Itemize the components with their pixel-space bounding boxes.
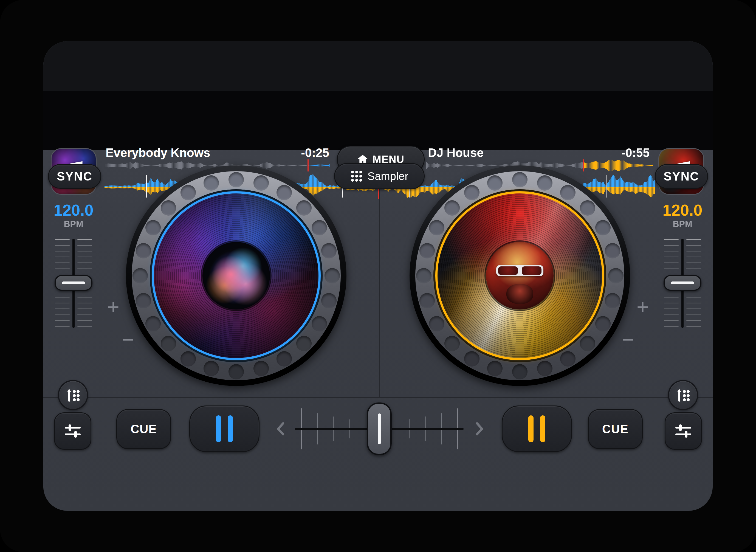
cue-label: CUE: [131, 422, 157, 436]
deck-b-pitch-fader[interactable]: [659, 239, 706, 328]
pause-icon: [228, 415, 233, 442]
pitch-fader-tick: [686, 257, 701, 257]
deck-b-tempo-range-button[interactable]: [668, 380, 698, 410]
pause-icon: [540, 415, 545, 442]
jog-dimple: [444, 200, 460, 216]
pitch-fader-tick: [78, 308, 92, 309]
jog-dimple: [429, 220, 444, 235]
deck-b-bpm-value[interactable]: 120.0: [647, 201, 713, 219]
jog-dimple: [145, 316, 161, 331]
pitch-fader-tick: [686, 326, 701, 326]
crossfader-right-chevron[interactable]: [475, 422, 484, 436]
eq-sliders-icon: [674, 421, 693, 441]
deck-a-cue-button[interactable]: CUE: [116, 409, 171, 449]
jog-dimple: [277, 351, 292, 367]
chevron-left-icon: [277, 422, 285, 436]
deck-a-time-remaining: -0:25: [274, 145, 329, 160]
pitch-fader-handle[interactable]: [663, 275, 702, 291]
transport-divider: [43, 397, 713, 398]
jog-dimple: [180, 185, 196, 200]
deck-b-sync-button[interactable]: SYNC: [655, 164, 708, 189]
deck-a-jog-wheel[interactable]: [126, 165, 346, 386]
deck-b-eq-button[interactable]: [665, 412, 702, 450]
pitch-fader-tick: [78, 303, 92, 303]
deck-a-bpm-label: BPM: [43, 219, 109, 229]
deck-a-sync-button[interactable]: SYNC: [48, 164, 101, 189]
pitch-fader-tick: [664, 320, 678, 321]
pitch-fader-tick: [55, 320, 70, 321]
deck-a-bpm-value[interactable]: 120.0: [43, 201, 109, 219]
pitch-fader-tick: [78, 326, 92, 326]
app-screen: Everybody Knows -0:25 DJ House -0:55 MEN…: [43, 41, 713, 511]
jog-dimple: [296, 200, 312, 216]
tempo-dots-icon: [65, 387, 81, 403]
jog-dimple: [312, 316, 327, 331]
deck-a-center-label: [202, 242, 270, 309]
pitch-fader-tick: [78, 251, 92, 252]
pitch-fader-tick: [55, 303, 70, 303]
pitch-fader-tick: [686, 239, 701, 240]
pitch-fader-tick: [686, 251, 701, 252]
pitch-fader-tick: [664, 303, 678, 303]
pitch-fader-handle[interactable]: [54, 275, 93, 291]
jog-dimple: [321, 293, 337, 308]
jog-dimple: [595, 316, 611, 331]
pitch-fader-tick: [55, 326, 70, 326]
deck-b-bpm-label: BPM: [647, 219, 713, 229]
pitch-fader-tick: [78, 320, 92, 321]
pitch-fader-tick: [78, 314, 92, 315]
dj-app-stage: Everybody Knows -0:25 DJ House -0:55 MEN…: [0, 0, 756, 552]
top-dark-header: [43, 41, 713, 91]
deck-b-jog-wheel[interactable]: [410, 165, 630, 386]
pitch-fader-tick: [686, 268, 701, 269]
deck-a-eq-button[interactable]: [54, 412, 91, 450]
jog-dimple: [595, 220, 611, 235]
pitch-fader-tick: [664, 239, 678, 240]
jog-dimple: [229, 364, 244, 380]
jog-dimple: [605, 293, 620, 308]
deck-b-center-label: [486, 242, 554, 309]
crossfader[interactable]: [295, 399, 464, 459]
jog-dimple: [312, 220, 327, 235]
cue-label: CUE: [602, 422, 628, 436]
tempo-dots-icon: [675, 387, 691, 403]
pitch-fader-tick: [55, 239, 70, 240]
pitch-fader-tick: [78, 239, 92, 240]
sync-label: SYNC: [663, 169, 699, 183]
deck-b-track-title: DJ House: [428, 145, 484, 160]
crossfader-left-chevron[interactable]: [277, 422, 285, 436]
deck-a-play-pause-button[interactable]: [189, 406, 260, 452]
sync-label: SYNC: [57, 169, 93, 183]
jog-dimple: [608, 268, 623, 283]
jog-dimple: [429, 316, 444, 331]
jog-dimple: [444, 336, 460, 351]
deck-b-time-remaining: -0:55: [595, 145, 649, 160]
pitch-fader-tick: [55, 262, 70, 263]
deck-b-cue-button[interactable]: CUE: [588, 409, 643, 449]
jog-dimple: [416, 268, 432, 283]
jog-dimple: [161, 200, 176, 216]
deck-b-pitch-plus: +: [637, 295, 649, 319]
pitch-fader-tick: [664, 245, 678, 246]
pitch-fader-tick: [686, 308, 701, 309]
jog-dimple: [464, 351, 479, 367]
jog-dimple: [324, 268, 340, 283]
eq-sliders-icon: [63, 421, 82, 441]
jog-dimple: [419, 243, 435, 258]
grid-3x3-icon: [350, 170, 363, 182]
pitch-fader-tick: [664, 326, 678, 326]
waveform-bar: Everybody Knows -0:25 DJ House -0:55 MEN…: [43, 91, 713, 150]
deck-a-tempo-range-button[interactable]: [58, 380, 88, 410]
jog-dimple: [580, 200, 595, 216]
deck-b-play-pause-button[interactable]: [502, 406, 572, 452]
deck-a-pitch-fader[interactable]: [50, 239, 97, 328]
pitch-fader-tick: [78, 257, 92, 257]
pitch-fader-tick: [664, 257, 678, 257]
pitch-fader-tick: [664, 297, 678, 298]
chevron-right-icon: [475, 422, 484, 436]
crossfader-handle[interactable]: [367, 403, 392, 455]
pause-icon: [528, 415, 534, 442]
jog-dimple: [560, 351, 576, 367]
pitch-fader-tick: [78, 297, 92, 298]
pitch-fader-tick: [664, 314, 678, 315]
